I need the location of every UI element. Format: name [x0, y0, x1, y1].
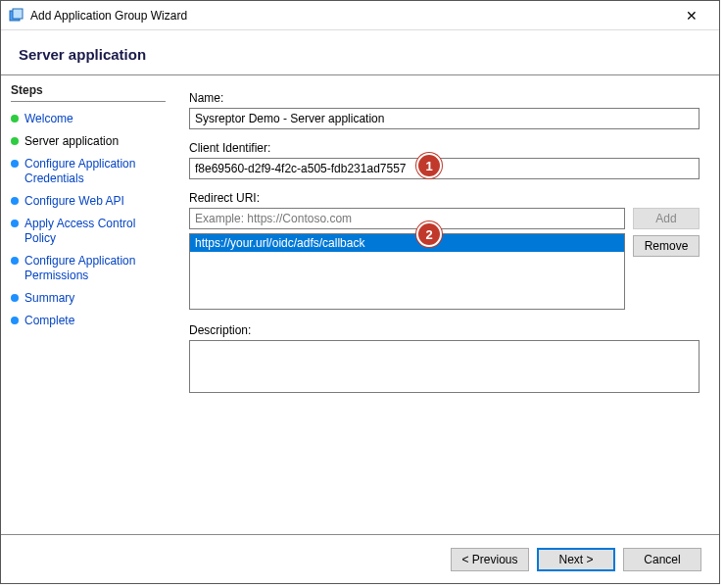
redirect-uri-list[interactable]: https://your.url/oidc/adfs/callback [189, 233, 625, 310]
step-label: Configure Application Permissions [24, 254, 166, 283]
step-label: Summary [24, 291, 74, 306]
wizard-footer: < Previous Next > Cancel [1, 534, 719, 583]
description-label: Description: [189, 323, 700, 337]
step-bullet-icon [11, 160, 19, 168]
close-icon: ✕ [686, 8, 698, 24]
step-configure-credentials[interactable]: Configure Application Credentials [11, 153, 166, 190]
step-bullet-icon [11, 220, 19, 227]
step-bullet-icon [11, 257, 19, 265]
step-bullet-icon [11, 115, 19, 122]
step-configure-permissions[interactable]: Configure Application Permissions [11, 250, 166, 287]
step-label: Apply Access Control Policy [24, 217, 166, 246]
close-button[interactable]: ✕ [672, 2, 711, 29]
step-label: Complete [24, 314, 74, 328]
name-input[interactable] [189, 108, 700, 129]
step-bullet-icon [11, 137, 19, 145]
step-label: Configure Web API [24, 194, 124, 209]
wizard-icon [9, 8, 24, 24]
step-bullet-icon [11, 317, 19, 324]
step-welcome[interactable]: Welcome [11, 108, 166, 130]
wizard-header: Server application [1, 30, 719, 74]
titlebar: Add Application Group Wizard ✕ [1, 1, 719, 30]
description-input[interactable] [189, 340, 700, 393]
cancel-button[interactable]: Cancel [623, 548, 701, 571]
wizard-window: Add Application Group Wizard ✕ Server ap… [0, 0, 720, 584]
step-bullet-icon [11, 197, 19, 205]
redirect-uri-item[interactable]: https://your.url/oidc/adfs/callback [190, 234, 624, 252]
step-label: Welcome [24, 112, 73, 126]
add-button: Add [633, 208, 700, 229]
previous-button[interactable]: < Previous [451, 548, 529, 571]
steps-sidebar: Steps Welcome Server application Configu… [1, 75, 175, 528]
step-label: Server application [24, 134, 119, 149]
step-complete[interactable]: Complete [11, 310, 166, 332]
form-panel: Name: Client Identifier: Redirect URI: h… [175, 75, 719, 528]
step-server-application[interactable]: Server application [11, 130, 166, 153]
redirect-uri-label: Redirect URI: [189, 191, 700, 205]
redirect-uri-input[interactable] [189, 208, 625, 229]
content-area: Steps Welcome Server application Configu… [1, 75, 719, 528]
next-button[interactable]: Next > [537, 548, 615, 571]
window-title: Add Application Group Wizard [30, 9, 672, 23]
remove-button[interactable]: Remove [633, 235, 700, 257]
client-id-label: Client Identifier: [189, 141, 700, 155]
client-id-input[interactable] [189, 158, 700, 179]
step-label: Configure Application Credentials [24, 157, 166, 186]
page-title: Server application [19, 46, 701, 63]
step-configure-web-api[interactable]: Configure Web API [11, 190, 166, 213]
svg-rect-1 [13, 9, 23, 19]
step-access-control-policy[interactable]: Apply Access Control Policy [11, 213, 166, 250]
steps-heading: Steps [11, 83, 166, 102]
name-label: Name: [189, 91, 700, 105]
step-summary[interactable]: Summary [11, 287, 166, 310]
step-bullet-icon [11, 294, 19, 302]
